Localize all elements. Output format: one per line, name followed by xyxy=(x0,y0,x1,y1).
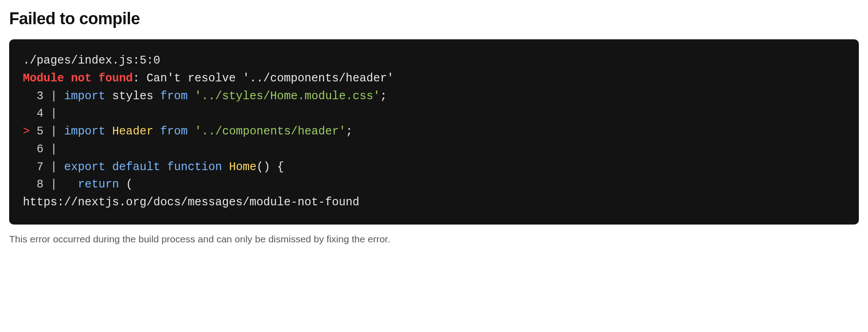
code-line-3: 3 | import styles from '../styles/Home.m… xyxy=(23,88,845,106)
page-title: Failed to compile xyxy=(9,9,859,28)
footer-note: This error occurred during the build pro… xyxy=(9,234,859,245)
file-location-line: ./pages/index.js:5:0 xyxy=(23,52,845,70)
error-codeblock: ./pages/index.js:5:0Module not found: Ca… xyxy=(9,39,859,225)
doc-link-line[interactable]: https://nextjs.org/docs/messages/module-… xyxy=(23,194,845,212)
code-line-5: > 5 | import Header from '../components/… xyxy=(23,123,845,141)
code-line-7: 7 | export default function Home() { xyxy=(23,159,845,177)
code-line-6: 6 | xyxy=(23,141,845,159)
code-line-4: 4 | xyxy=(23,105,845,123)
error-summary-line: Module not found: Can't resolve '../comp… xyxy=(23,70,845,88)
code-line-8: 8 | return ( xyxy=(23,176,845,194)
